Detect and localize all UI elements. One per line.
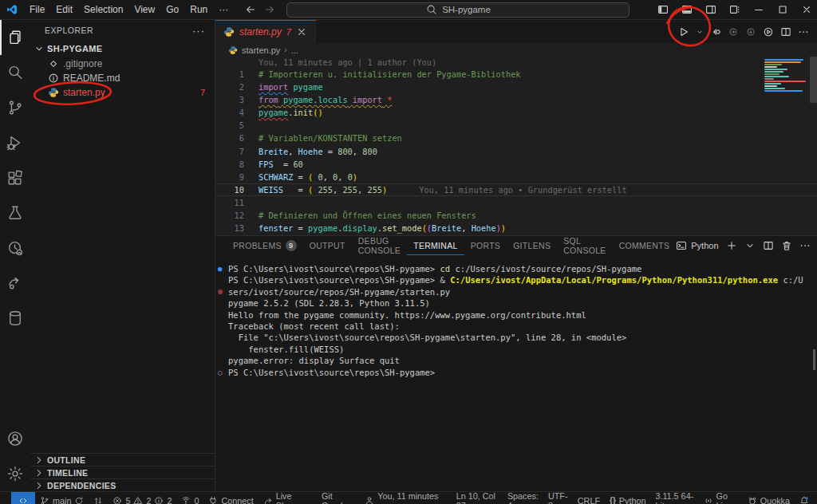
code-line-4[interactable]: 4pygame.init() [215,106,817,119]
terminal-line: pygame.error: display Surface quit [215,355,817,366]
status-item-compare[interactable] [89,492,108,504]
tab-starten-py[interactable]: starten.py 7 [215,20,316,43]
panel-tab-output[interactable]: OUTPUT [303,236,352,255]
circle-b-icon[interactable] [745,26,756,37]
menu-file[interactable]: File [24,4,50,15]
minimize-icon[interactable] [748,0,769,20]
panel-tab-ports[interactable]: PORTS [464,236,507,255]
editor-scrollbar[interactable] [810,57,817,103]
terminal-scrollbar[interactable] [813,349,815,370]
status-item-blame[interactable]: You, 11 minutes ago [360,492,451,504]
activity-item-run-and-debug[interactable] [0,125,30,160]
new-terminal-icon[interactable] [726,240,737,251]
close-window-icon[interactable] [796,0,817,20]
explorer-file-readme-md[interactable]: README.md [30,71,215,85]
code-line-5[interactable]: 5 [215,119,817,132]
menu-run[interactable]: Run [184,4,213,15]
sidebar-section-dependencies[interactable]: DEPENDENCIES [30,478,215,491]
more-icon[interactable] [798,26,809,37]
explorer-root-folder[interactable]: SH-PYGAME [30,41,215,57]
code-line-10[interactable]: 10WEISS = ( 255, 255, 255)You, 11 minute… [215,183,817,196]
tab-label: starten.py [239,26,282,37]
line-number: 2 [215,81,244,93]
menu-go[interactable]: Go [160,4,184,15]
layout-right-icon[interactable] [701,0,721,20]
minimap[interactable] [763,57,807,95]
status-item-language[interactable]: {}Python [605,492,650,504]
code-line-1[interactable]: 1# Importieren u. initialisieren der Pyg… [215,68,817,81]
command-center-search[interactable]: SH-pygame [286,2,630,18]
panel-tab-comments[interactable]: COMMENTS [613,236,677,255]
code-line-6[interactable]: 6# Variablen/KONSTANTEN setzen [215,132,817,144]
status-item-remote[interactable] [11,492,35,504]
code-line-7[interactable]: 7Breite, Hoehe = 800, 800 [215,145,817,158]
status-item-git-graph[interactable]: Git Graph [317,492,360,504]
breadcrumb[interactable]: starten.py › ... [215,43,817,57]
status-item-go-live[interactable]: Go Live [699,492,743,504]
tab-close-icon[interactable] [296,26,307,37]
activity-item-search[interactable] [0,55,30,90]
layout-panel-icon[interactable] [677,0,697,20]
terminal[interactable]: ●PS C:\Users\ivost\source\repos\SH-pygam… [215,255,817,491]
panel-more-icon[interactable] [799,240,811,251]
status-item-encoding[interactable]: UTF-8 [543,492,573,504]
menu-view[interactable]: View [128,4,160,15]
sidebar-section-outline[interactable]: OUTLINE [30,453,215,466]
code-line-8[interactable]: 8FPS = 60 [215,158,817,171]
code-line-11[interactable]: 11 [215,196,817,209]
menu-selection[interactable]: Selection [78,4,128,15]
explorer-file-starten-py[interactable]: starten.py7 [30,85,215,100]
explorer-more-icon[interactable]: ··· [192,25,205,37]
status-item-notifications[interactable] [795,492,814,504]
status-item-cursor-position[interactable]: Ln 10, Col 27 [452,492,503,504]
code-line-9[interactable]: 9SCHWARZ = ( 0, 0, 0) [215,171,817,183]
split-icon[interactable] [780,26,791,37]
status-item-eol[interactable]: CRLF [573,492,605,504]
panel-tab-terminal[interactable]: TERMINAL [407,236,464,255]
activity-item-extensions[interactable] [0,160,30,195]
maximize-icon[interactable] [772,0,793,20]
status-item-problems[interactable]: 522 [108,492,176,504]
activity-item-testing[interactable] [0,195,30,230]
sidebar-section-timeline[interactable]: TIMELINE [30,466,215,478]
circle-a-icon[interactable] [728,26,739,37]
status-item-branch[interactable]: main [35,492,89,504]
code-editor[interactable]: You, 11 minutes ago | 1 author (You) 1# … [215,57,817,235]
status-item-interpreter[interactable]: 3.11.5 64-bit [650,492,698,504]
terminal-shell-selector[interactable]: Python [676,240,718,251]
panel-tab-problems[interactable]: PROBLEMS9 [227,236,303,255]
activity-item-source-control[interactable] [0,90,30,125]
code-line-3[interactable]: 3from pygame.locals import * [215,93,817,106]
code-line-13[interactable]: 13fenster = pygame.display.set_mode((Bre… [215,222,817,234]
history-back-icon[interactable] [245,4,256,15]
panel-tab-gitlens[interactable]: GITLENS [507,236,557,255]
activity-item-database[interactable] [0,301,30,336]
status-item-connect[interactable]: Connect [203,492,258,504]
explorer-file--gitignore[interactable]: .gitignore [30,57,215,71]
activity-item-settings[interactable] [0,456,30,491]
run-file-icon[interactable] [763,26,774,37]
activity-item-gitlens[interactable] [0,230,30,266]
run-button[interactable] [678,26,689,37]
status-item-indentation[interactable]: Spaces: 4 [503,492,543,504]
menu-edit[interactable]: Edit [50,4,78,15]
menu-more[interactable]: ··· [213,4,234,15]
status-item-live-share[interactable]: Live Share [259,492,317,504]
kill-terminal-icon[interactable] [781,240,792,251]
code-line-2[interactable]: 2import pygame [215,81,817,93]
split-terminal-icon[interactable] [763,240,774,251]
panel-tab-debug-console[interactable]: DEBUG CONSOLE [352,236,407,255]
nav-back-icon[interactable] [710,26,721,37]
chev-sm-icon[interactable] [696,28,704,36]
activity-item-live-share[interactable] [0,266,30,301]
layout-left-icon[interactable] [653,0,673,20]
code-line-12[interactable]: 12# Definieren und Öffnen eines neuen Fe… [215,209,817,222]
activity-item-explorer[interactable] [0,20,30,55]
history-forward-icon[interactable] [264,4,275,15]
activity-item-accounts[interactable] [0,421,30,456]
terminal-dropdown-icon[interactable] [744,240,756,251]
status-item-ports[interactable]: 0 [176,492,203,504]
panel-tab-sql-console[interactable]: SQL CONSOLE [557,236,612,255]
layout-grid-icon[interactable] [724,0,745,20]
status-item-quokka[interactable]: Quokka [743,492,795,504]
